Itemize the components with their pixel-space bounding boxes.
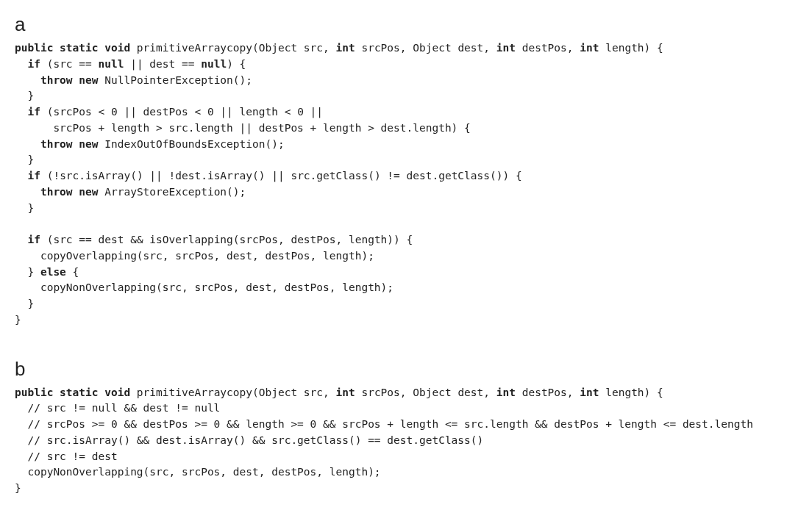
panel-b-label: b (15, 358, 797, 381)
panel-a: a public static void primitiveArraycopy(… (15, 13, 797, 328)
panel-b: b public static void primitiveArraycopy(… (15, 358, 797, 497)
panel-a-label: a (15, 13, 797, 36)
panel-a-code: public static void primitiveArraycopy(Ob… (15, 40, 797, 328)
panel-b-code: public static void primitiveArraycopy(Ob… (15, 385, 797, 497)
